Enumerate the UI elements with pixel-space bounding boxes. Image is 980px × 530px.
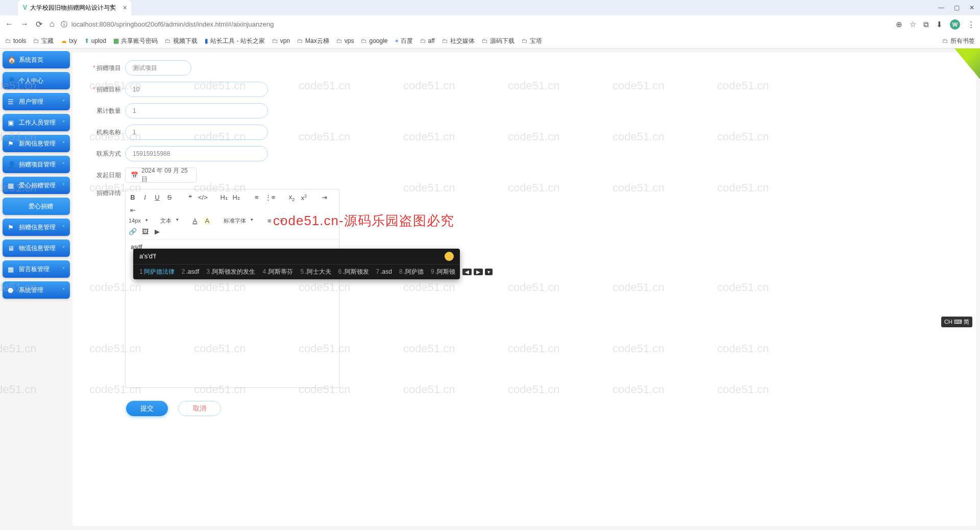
- nav-reload-icon[interactable]: ⟳: [36, 19, 42, 29]
- bookmark-item[interactable]: 🗀vpn: [272, 37, 290, 44]
- ime-composition-text: a's'd'f: [139, 252, 156, 260]
- editor-body[interactable]: asdf a's'd'f 1阿萨德法律 2.asdf 3.阿斯顿发的发生 4.阿…: [126, 239, 339, 388]
- input-project[interactable]: [125, 60, 191, 76]
- input-contact[interactable]: [125, 146, 268, 161]
- list-bullet-icon[interactable]: ⋮≡: [265, 194, 276, 201]
- font-family-select[interactable]: 标准字体: [224, 217, 253, 225]
- italic-icon[interactable]: I: [141, 194, 149, 201]
- ime-candidate[interactable]: 7.asd: [376, 268, 392, 275]
- chevron-down-icon: ˅: [62, 225, 65, 230]
- bold-icon[interactable]: B: [129, 194, 137, 201]
- bookmark-item[interactable]: 🗀Max云梯: [297, 37, 329, 45]
- sidebar-item-system[interactable]: ⬣系统管理˅: [3, 281, 70, 299]
- bookmark-item[interactable]: 🗀vps: [336, 37, 354, 44]
- window-maximize-icon[interactable]: ▢: [953, 5, 960, 11]
- code-icon[interactable]: </>: [198, 194, 208, 201]
- bookmark-item[interactable]: 🗀宝塔: [522, 37, 542, 45]
- sidebar-item-profile[interactable]: 👤个人中心: [3, 72, 70, 89]
- clear-format-icon[interactable]: T: [278, 217, 286, 225]
- bookmark-item[interactable]: ☁txy: [61, 37, 77, 44]
- sidebar-item-donation-projects[interactable]: 👤捐赠项目管理˅: [3, 156, 70, 173]
- ime-prev-icon[interactable]: ◀: [462, 269, 472, 275]
- menu-icon[interactable]: ⋮: [967, 20, 975, 29]
- ime-status-badge[interactable]: CH ⌨ 简: [941, 317, 972, 327]
- superscript-icon[interactable]: x2: [300, 194, 308, 202]
- extensions-icon[interactable]: ⧉: [923, 20, 929, 29]
- video-icon[interactable]: ▶: [153, 228, 161, 235]
- new-tab-icon[interactable]: +: [110, 2, 114, 11]
- folder-icon: 🗀: [942, 37, 948, 44]
- ime-candidate[interactable]: 5.阿士大夫: [300, 268, 331, 276]
- bookmark-item[interactable]: 🗀google: [361, 37, 387, 44]
- sidebar-item-users[interactable]: ☰用户管理˅: [3, 93, 70, 110]
- bookmark-item[interactable]: ▦共享账号密码: [113, 37, 158, 45]
- site-info-icon[interactable]: ⓘ: [61, 20, 67, 29]
- list-ordered-icon[interactable]: ≡: [253, 194, 261, 201]
- sidebar-item-charity-mgmt[interactable]: ▦爱心捐赠管理˅: [3, 177, 70, 194]
- outdent-icon[interactable]: ⇤: [129, 206, 137, 214]
- form-row-date: 发起日期 📅 2024 年 09 月 25 日: [83, 167, 966, 183]
- sheet-icon: ▦: [113, 37, 119, 44]
- bookmark-item[interactable]: ⌖百度: [395, 37, 413, 45]
- sidebar-item-home[interactable]: 🏠系统首页: [3, 51, 70, 68]
- ime-candidate[interactable]: 9.阿斯顿: [431, 268, 455, 276]
- align-icon[interactable]: ≡: [265, 217, 274, 225]
- ime-candidate[interactable]: 6.阿斯顿发: [338, 268, 369, 276]
- input-count[interactable]: [125, 103, 268, 118]
- ime-expand-icon[interactable]: ▾: [485, 269, 493, 275]
- ime-candidate[interactable]: 2.asdf: [182, 268, 200, 275]
- input-target[interactable]: [125, 82, 268, 97]
- sidebar-item-messages[interactable]: ▦留言板管理˅: [3, 260, 70, 278]
- h2-icon[interactable]: H₂: [232, 194, 240, 201]
- link-icon[interactable]: 🔗: [129, 228, 137, 235]
- sidebar-item-staff[interactable]: ▣工作人员管理˅: [3, 114, 70, 131]
- translate-icon[interactable]: ⊕: [896, 20, 902, 29]
- input-org[interactable]: [125, 125, 268, 140]
- window-close-icon[interactable]: ✕: [969, 5, 975, 11]
- format-select[interactable]: 文本: [160, 217, 179, 225]
- bookmark-item[interactable]: 🗀aff: [420, 37, 435, 44]
- subscript-icon[interactable]: x2: [287, 193, 296, 202]
- ime-candidate[interactable]: 4.阿斯蒂芬: [262, 268, 293, 276]
- grid-icon: ▦: [8, 182, 15, 189]
- window-minimize-icon[interactable]: —: [938, 5, 944, 11]
- download-icon[interactable]: ⬇: [936, 20, 943, 29]
- cancel-button[interactable]: 取消: [178, 401, 221, 416]
- image-icon[interactable]: 🖼: [141, 228, 149, 235]
- font-color-icon[interactable]: A: [191, 217, 199, 225]
- nav-home-icon[interactable]: ⌂: [50, 19, 55, 29]
- sidebar-item-charity[interactable]: 爱心捐赠: [3, 198, 70, 215]
- font-size-select[interactable]: 14px: [129, 218, 148, 224]
- sidebar-item-donation-info[interactable]: ⚑捐赠信息管理˅: [3, 219, 70, 236]
- indent-icon[interactable]: ⇥: [320, 194, 328, 201]
- nav-back-icon[interactable]: ←: [5, 19, 13, 29]
- bg-color-icon[interactable]: A: [203, 217, 211, 225]
- sidebar-item-logistics[interactable]: 🖥物流信息管理˅: [3, 239, 70, 257]
- bookmark-star-icon[interactable]: ☆: [910, 20, 916, 29]
- submit-button[interactable]: 提交: [126, 401, 168, 416]
- sidebar-item-news[interactable]: ⚑新闻信息管理˅: [3, 135, 70, 152]
- bookmark-item[interactable]: ⬆uplod: [84, 37, 106, 44]
- ime-candidate[interactable]: 1阿萨德法律: [139, 268, 175, 276]
- grid-icon: ▣: [8, 119, 15, 127]
- ime-candidate[interactable]: 8.阿萨德: [399, 268, 424, 276]
- bookmark-item[interactable]: 🗀宝藏: [33, 37, 54, 45]
- url-field[interactable]: ⓘ localhost:8080/springboot20of6/admin/d…: [61, 20, 890, 29]
- ime-next-icon[interactable]: ▶: [474, 269, 483, 275]
- h1-icon[interactable]: H₁: [220, 194, 228, 201]
- profile-avatar[interactable]: W: [950, 19, 960, 30]
- input-date[interactable]: 📅 2024 年 09 月 25 日: [125, 167, 197, 183]
- bookmark-item[interactable]: 🗀tools: [5, 37, 26, 44]
- nav-forward-icon[interactable]: →: [20, 19, 29, 29]
- ime-candidate[interactable]: 3.阿斯顿发的发生: [206, 268, 255, 276]
- bookmark-item[interactable]: 🗀源码下载: [482, 37, 514, 45]
- bookmark-item[interactable]: 🗀视频下载: [165, 37, 198, 45]
- bookmark-all[interactable]: 🗀所有书签: [942, 37, 975, 45]
- tab-close-icon[interactable]: ×: [123, 4, 127, 12]
- underline-icon[interactable]: U: [153, 194, 161, 201]
- bookmark-item[interactable]: ▮站长工具 - 站长之家: [205, 37, 265, 45]
- quote-icon[interactable]: ❝: [186, 194, 194, 201]
- emoji-icon[interactable]: [445, 252, 454, 261]
- bookmark-item[interactable]: 🗀社交媒体: [442, 37, 475, 45]
- strike-icon[interactable]: S: [165, 194, 174, 201]
